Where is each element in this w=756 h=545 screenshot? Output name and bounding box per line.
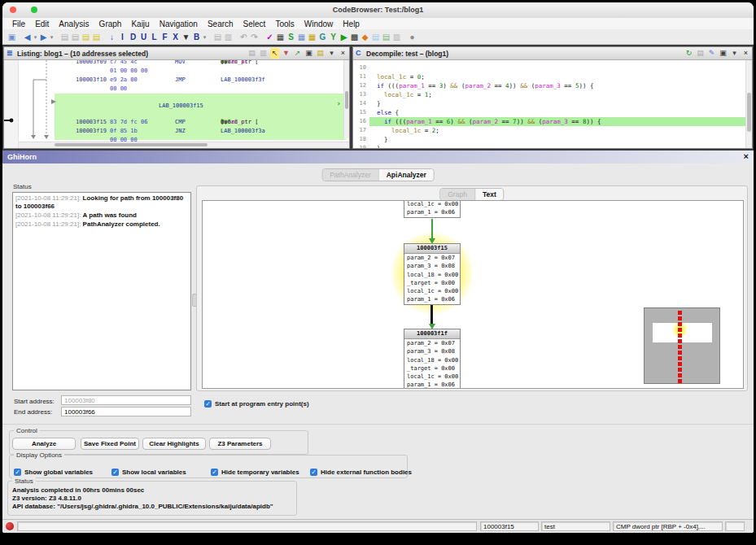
listing-hscroll-thumb[interactable] <box>55 143 208 146</box>
edit-icon[interactable]: ✎ <box>707 48 716 59</box>
doc-green-icon[interactable]: ▤ <box>381 32 391 42</box>
snapshot-icon[interactable]: ▣ <box>719 48 728 59</box>
save-icon[interactable]: ▣ <box>7 32 17 42</box>
next-function-icon[interactable]: ▤ <box>70 32 81 42</box>
satellite-minimap[interactable] <box>644 307 720 384</box>
table-icon[interactable]: ▦ <box>275 32 286 42</box>
validate-icon[interactable]: ✓ <box>264 32 275 42</box>
show-local-variables-checkbox[interactable]: ✓Show local variables <box>111 464 186 479</box>
decompile-line[interactable]: else { <box>369 108 745 117</box>
back-dropdown-icon[interactable]: ▾ <box>33 32 38 42</box>
entry-point-checkbox[interactable]: ✓Start at program entry point(s) <box>204 396 309 411</box>
bookmark-icon[interactable]: ▦ <box>307 32 317 42</box>
save-fixed-point-button[interactable]: Save Fixed Point <box>81 438 139 450</box>
redo-icon[interactable]: ↷ <box>249 32 260 42</box>
paste-icon[interactable]: ▥ <box>259 48 268 59</box>
decompile-line-highlighted[interactable]: if (((param_1 == 6) && (param_2 == 7)) &… <box>369 117 745 126</box>
listing-vscroll-thumb[interactable] <box>345 91 348 109</box>
function-f-icon[interactable]: F <box>160 32 170 42</box>
clone-icon[interactable]: ▤ <box>316 48 325 59</box>
menu-tools[interactable]: Tools <box>270 20 299 28</box>
view-tab-graph[interactable]: Graph <box>440 189 474 200</box>
next-data-icon[interactable]: ▤ <box>91 32 102 42</box>
tree-icon[interactable]: Y <box>328 32 339 42</box>
menu-window[interactable]: Window <box>299 20 339 28</box>
ghidra-logo-icon[interactable] <box>6 522 14 530</box>
filter-icon[interactable]: ▼ <box>282 48 291 59</box>
dropdown-icon[interactable]: ▾ <box>327 48 336 59</box>
diamond-icon[interactable]: ◆ <box>360 32 370 42</box>
graph-node-100003f1f[interactable]: 100003f1fparam_2 = 0x07param_3 = 0x08loc… <box>404 329 461 389</box>
decompile-lines[interactable]: 1011 local_1c = 0;12 if (((param_1 == 3)… <box>353 60 752 148</box>
z3-parameters-button[interactable]: Z3 Parameters <box>209 438 271 450</box>
menu-analysis[interactable]: Analysis <box>54 20 94 28</box>
menu-search[interactable]: Search <box>203 20 238 28</box>
listing-hscrollbar[interactable] <box>19 142 349 148</box>
forward-dropdown-icon[interactable]: ▾ <box>49 32 55 42</box>
menu-help[interactable]: Help <box>338 20 365 28</box>
graph-g-icon[interactable]: G <box>317 32 328 42</box>
xref-continuation-marker[interactable]: › <box>337 99 341 107</box>
menu-file[interactable]: File <box>7 20 30 28</box>
play-icon[interactable]: ▶ <box>339 32 349 42</box>
undefine-u-icon[interactable]: U <box>138 32 149 42</box>
bug-icon[interactable]: ▩ <box>349 32 360 42</box>
menu-kaiju[interactable]: Kaiju <box>126 20 154 28</box>
decompile-vscroll-thumb[interactable] <box>747 93 751 132</box>
decompile-line[interactable] <box>369 63 745 72</box>
analyze-button[interactable]: Analyze <box>12 438 76 450</box>
decompile-line[interactable]: } <box>369 99 745 108</box>
bytes-dropdown-icon[interactable]: ▾ <box>202 32 208 42</box>
decompile-vscrollbar[interactable] <box>745 60 752 148</box>
refresh-icon[interactable]: ↻ <box>684 48 693 59</box>
forward-icon[interactable]: ▶ <box>38 32 49 42</box>
tab-pathanalyzer[interactable]: PathAnalyzer <box>322 169 378 181</box>
menu-navigation[interactable]: Navigation <box>155 20 203 28</box>
copy-icon[interactable]: ▤ <box>696 48 705 59</box>
doc-blue-icon[interactable]: ▤ <box>370 32 381 42</box>
listing-header[interactable]: ≣ Listing: blog1 – (10 addresses selecte… <box>4 47 349 60</box>
prev-function-icon[interactable]: ▤ <box>59 32 70 42</box>
clear-x-icon[interactable]: X <box>170 32 181 42</box>
key-icon[interactable]: ● <box>407 32 417 42</box>
menu-select[interactable]: Select <box>238 20 271 28</box>
listing-vscrollbar[interactable] <box>343 60 349 138</box>
decompile-line[interactable]: local_1c = 0; <box>369 72 745 81</box>
decompile-line[interactable]: if (((param_1 == 3) && (param_2 == 4)) &… <box>369 81 745 90</box>
listing-content[interactable]: 100003f09c7 45 4cMOVdword ptr [RBP + loc… <box>4 60 349 148</box>
copy-icon[interactable]: ▤ <box>212 32 223 42</box>
decompile-content[interactable]: 1011 local_1c = 0;12 if (((param_1 == 3)… <box>353 60 752 148</box>
end-address-input[interactable]: 100003f66 <box>61 407 191 416</box>
hide-external-function-bodies-checkbox[interactable]: ✓Hide external function bodies <box>310 464 412 479</box>
prev-data-icon[interactable]: ▤ <box>81 32 91 42</box>
copy-icon[interactable]: ▤ <box>247 48 256 59</box>
view-tab-text[interactable]: Text <box>474 189 504 200</box>
graph-node-100003f15[interactable]: 100003f15param_2 = 0x07param_3 = 0x08loc… <box>404 243 461 305</box>
clear-highlights-button[interactable]: Clear Highlights <box>142 438 206 450</box>
bytes-b-icon[interactable]: B <box>191 32 202 42</box>
label-l-icon[interactable]: L <box>149 32 160 42</box>
script-icon[interactable]: S <box>286 32 296 42</box>
decompile-line[interactable]: } <box>369 144 745 148</box>
ghihorn-close-icon[interactable]: × <box>744 151 749 161</box>
start-address-input[interactable]: 100003f80 <box>61 395 191 405</box>
ghihorn-title-bar[interactable]: GhiHorn × <box>2 150 754 164</box>
memory-icon[interactable]: ▦ <box>296 32 307 42</box>
decompile-header[interactable]: C Decompile: test – (blog1) ↻▤✎▣▾× <box>353 47 752 60</box>
close-icon[interactable]: × <box>741 48 750 59</box>
undo-icon[interactable]: ↶ <box>238 32 249 42</box>
path-graph-canvas[interactable]: local_1c = 0x00param_1 = 0x06 100003f15p… <box>202 200 744 389</box>
decompile-line[interactable]: local_1c = 2; <box>369 126 745 135</box>
decompile-line[interactable]: } <box>369 135 745 144</box>
tab-apianalyzer[interactable]: ApiAnalyzer <box>378 169 434 181</box>
paste-icon[interactable]: ▥ <box>223 32 234 42</box>
disassemble-icon[interactable]: ↓ <box>107 32 117 42</box>
back-icon[interactable]: ◀ <box>22 32 33 42</box>
menu-edit[interactable]: Edit <box>30 20 54 28</box>
decompile-line[interactable]: local_1c = 1; <box>369 90 745 99</box>
menu-graph[interactable]: Graph <box>94 20 127 28</box>
graph-node-partial[interactable]: local_1c = 0x00param_1 = 0x06 <box>404 200 461 218</box>
hide-temporary-variables-checkbox[interactable]: ✓Hide temporary variables <box>211 464 299 479</box>
dropdown-icon[interactable]: ▾ <box>730 48 739 59</box>
close-icon[interactable]: × <box>339 48 347 59</box>
